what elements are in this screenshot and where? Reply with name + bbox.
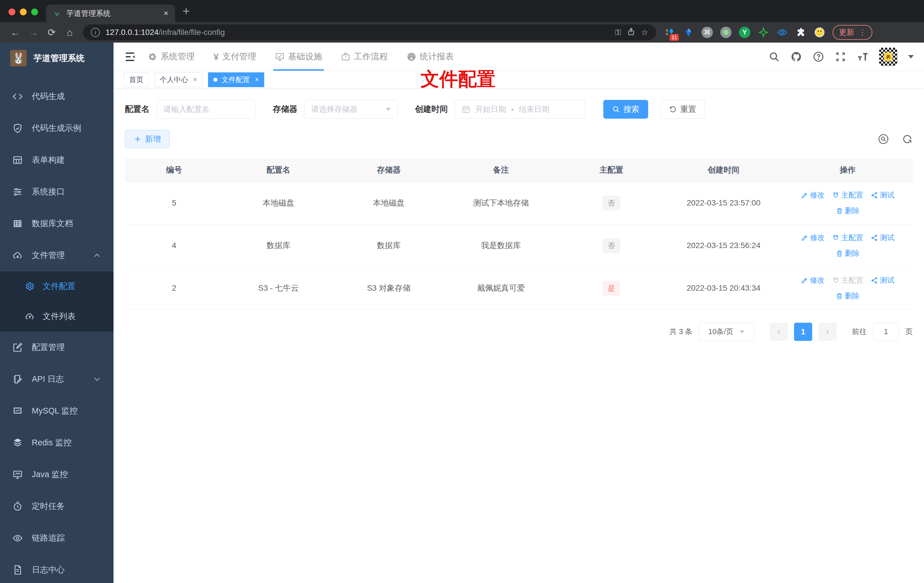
col-header-remark[interactable]: 备注	[444, 159, 558, 182]
share-icon[interactable]	[627, 27, 635, 38]
nav-workflow[interactable]: 工作流程	[341, 43, 388, 71]
goto-page-input[interactable]: 1	[873, 323, 899, 341]
sidebar-item-code-gen-demo[interactable]: 代码生成示例	[0, 112, 114, 144]
config-name-input[interactable]	[163, 105, 249, 114]
extension-emoji-icon[interactable]	[814, 27, 825, 38]
extension-y-icon[interactable]: Y	[739, 27, 750, 38]
chevron-down-icon[interactable]	[908, 55, 914, 58]
edit-action[interactable]: 修改	[801, 233, 825, 243]
storage-select[interactable]: 请选择存储器	[304, 100, 398, 119]
address-bar[interactable]: i 127.0.0.1:1024/infra/file/file-config …	[83, 25, 656, 40]
reload-icon[interactable]: ⟳	[43, 27, 61, 38]
date-range-picker[interactable]: 开始日期 - 结束日期	[455, 100, 585, 119]
collapse-sidebar-icon[interactable]	[124, 51, 136, 63]
page-tab-profile[interactable]: 个人中心 ×	[154, 73, 202, 87]
toggle-search-icon[interactable]	[878, 134, 889, 144]
sidebar-item-scheduled-tasks[interactable]: 定时任务	[0, 491, 114, 522]
back-icon[interactable]: ←	[6, 27, 25, 38]
sidebar-item-config-management[interactable]: 配置管理	[0, 332, 114, 363]
nav-system-management[interactable]: 系统管理	[148, 43, 195, 71]
close-icon[interactable]: ×	[255, 76, 259, 83]
sidebar-item-file-list[interactable]: 文件列表	[0, 301, 114, 332]
test-action[interactable]: 测试	[871, 190, 894, 200]
minimize-window-button[interactable]	[20, 8, 27, 15]
sidebar-item-code-gen[interactable]: 代码生成	[0, 81, 114, 112]
config-name-label: 配置名	[125, 104, 150, 115]
window-controls[interactable]	[0, 8, 46, 22]
master-action[interactable]: 主配置	[832, 233, 863, 243]
col-header-id[interactable]: 编号	[125, 159, 223, 182]
extension-diamond-icon[interactable]: 11	[664, 27, 675, 38]
col-header-storage[interactable]: 存储器	[334, 159, 444, 182]
close-icon[interactable]: ×	[193, 76, 197, 83]
site-info-icon[interactable]: i	[91, 28, 100, 37]
extension-puzzle-icon[interactable]	[795, 27, 807, 38]
col-header-master[interactable]: 主配置	[558, 159, 665, 182]
col-header-created[interactable]: 创建时间	[665, 159, 783, 182]
forward-icon[interactable]: →	[25, 27, 43, 38]
next-page-button[interactable]: ›	[818, 323, 837, 341]
cell-storage: S3 对象存储	[334, 267, 444, 309]
date-start-placeholder[interactable]: 开始日期	[475, 104, 506, 114]
zoom-window-button[interactable]	[31, 8, 38, 15]
password-key-icon[interactable]: ⚿	[615, 28, 621, 37]
extension-command-icon[interactable]: ⌘	[701, 27, 713, 38]
date-end-placeholder[interactable]: 结束日期	[519, 104, 549, 114]
page-size-select[interactable]: 10条/页	[699, 323, 754, 341]
home-icon[interactable]: ⌂	[61, 27, 79, 38]
gear-icon	[25, 282, 35, 291]
master-action[interactable]: 主配置	[832, 190, 863, 200]
extension-star-icon[interactable]	[758, 27, 769, 38]
sidebar-item-redis-monitor[interactable]: Redis 监控	[0, 427, 114, 459]
sidebar-item-file-management[interactable]: 文件管理	[0, 239, 114, 271]
close-window-button[interactable]	[8, 8, 15, 15]
prev-page-button[interactable]: ‹	[770, 323, 788, 341]
nav-infrastructure[interactable]: 基础设施	[275, 43, 322, 71]
refresh-table-icon[interactable]	[902, 134, 912, 144]
col-header-actions[interactable]: 操作	[783, 159, 912, 182]
delete-action[interactable]: 删除	[836, 206, 860, 216]
sidebar-item-log-center[interactable]: 日志中心	[0, 554, 114, 583]
sidebar-item-api-log[interactable]: API 日志	[0, 363, 114, 395]
extension-greendot-icon[interactable]	[720, 27, 732, 38]
browser-menu-icon[interactable]: ⋮	[859, 28, 866, 37]
nav-payment-management[interactable]: ¥ 支付管理	[213, 43, 256, 71]
page-1-button[interactable]: 1	[794, 323, 812, 341]
help-icon[interactable]	[813, 51, 824, 63]
add-button[interactable]: 新增	[125, 130, 170, 148]
page-tab-file-config[interactable]: 文件配置 ×	[208, 73, 264, 87]
fullscreen-icon[interactable]	[835, 51, 846, 63]
bookmark-star-icon[interactable]: ☆	[641, 28, 648, 37]
sidebar-item-mysql-monitor[interactable]: MySQL 监控	[0, 395, 114, 427]
font-size-icon[interactable]	[857, 51, 868, 63]
total-count: 共 3 条	[670, 327, 693, 337]
col-header-name[interactable]: 配置名	[223, 159, 334, 182]
edit-action[interactable]: 修改	[801, 275, 825, 285]
extension-kite-icon[interactable]	[683, 27, 694, 38]
delete-action[interactable]: 删除	[836, 248, 860, 258]
search-button[interactable]: 搜索	[603, 100, 648, 119]
delete-action[interactable]: 删除	[836, 291, 860, 301]
reset-button[interactable]: 重置	[660, 100, 705, 119]
tab-close-icon[interactable]: ×	[164, 9, 168, 18]
sidebar-item-java-monitor[interactable]: Java 监控	[0, 459, 114, 491]
browser-update-button[interactable]: 更新 ⋮	[833, 25, 872, 40]
url-text[interactable]: 127.0.0.1:1024/infra/file/file-config	[106, 28, 225, 37]
github-icon[interactable]	[790, 51, 802, 63]
test-action[interactable]: 测试	[871, 233, 894, 243]
page-tab-home[interactable]: 首页	[124, 73, 149, 87]
edit-action[interactable]: 修改	[801, 190, 825, 200]
sidebar-item-file-config[interactable]: 文件配置	[0, 271, 114, 301]
test-action[interactable]: 测试	[871, 275, 894, 285]
search-icon[interactable]	[769, 51, 780, 63]
avatar[interactable]: ฅ	[879, 48, 897, 66]
extension-eye-icon[interactable]	[776, 27, 788, 38]
sidebar-item-tracing[interactable]: 链路追踪	[0, 522, 114, 554]
master-action[interactable]: 主配置	[832, 275, 863, 285]
sidebar-item-db-doc[interactable]: 数据库文档	[0, 208, 114, 239]
sidebar-item-form-builder[interactable]: 表单构建	[0, 144, 114, 176]
sidebar-item-system-api[interactable]: 系统接口	[0, 176, 114, 208]
new-tab-button[interactable]: +	[175, 4, 197, 22]
cell-name: 本地磁盘	[223, 182, 334, 224]
browser-tab[interactable]: 芋道管理系统 ×	[46, 5, 175, 22]
